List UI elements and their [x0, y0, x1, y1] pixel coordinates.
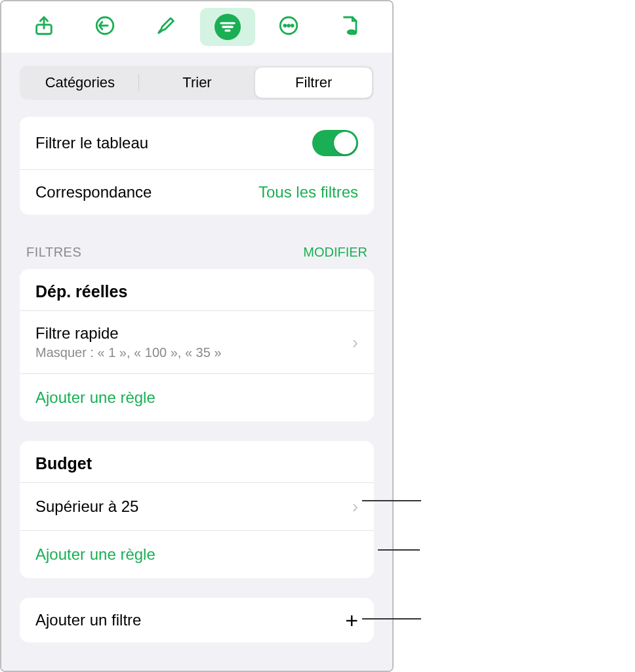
- add-rule-label: Ajouter une règle: [35, 388, 155, 406]
- tab-filter[interactable]: Filtrer: [255, 68, 372, 98]
- filter-settings-card: Filtrer le tableau Correspondance Tous l…: [20, 117, 374, 215]
- share-icon: [33, 14, 55, 39]
- format-button[interactable]: [138, 8, 194, 46]
- document-view-button[interactable]: [322, 8, 377, 46]
- add-filter-button[interactable]: Ajouter un filtre +: [20, 598, 374, 642]
- match-label: Correspondance: [35, 183, 152, 201]
- svg-point-10: [350, 31, 352, 33]
- rule-title: Supérieur à 25: [35, 497, 138, 516]
- filters-section-header: FILTRES MODIFIER: [20, 245, 374, 260]
- svg-point-7: [288, 25, 290, 27]
- filter-rule-row[interactable]: Filtre rapide Masquer : « 1 », « 100 », …: [20, 311, 374, 373]
- add-rule-button[interactable]: Ajouter une règle: [20, 530, 374, 578]
- tab-sort[interactable]: Trier: [139, 68, 256, 98]
- edit-filters-button[interactable]: MODIFIER: [303, 245, 367, 260]
- panel-body: Catégories Trier Filtrer Filtrer le tabl…: [1, 52, 392, 671]
- share-button[interactable]: [16, 8, 72, 46]
- undo-icon: [94, 14, 116, 39]
- match-value: Tous les filtres: [258, 183, 358, 201]
- top-toolbar: [1, 1, 392, 52]
- toggle-knob: [334, 132, 356, 154]
- add-filter-card: Ajouter un filtre +: [20, 598, 374, 642]
- tab-label: Trier: [182, 74, 211, 91]
- rule-subtitle: Masquer : « 1 », « 100 », « 35 »: [35, 345, 222, 360]
- more-button[interactable]: [261, 8, 316, 46]
- brush-icon: [155, 14, 177, 39]
- filter-table-row: Filtrer le tableau: [20, 117, 374, 169]
- segmented-control: Catégories Trier Filtrer: [20, 66, 374, 100]
- callout-line: [362, 618, 421, 620]
- rule-title: Filtre rapide: [35, 324, 222, 343]
- section-label: FILTRES: [26, 245, 81, 260]
- callout-line: [362, 500, 421, 501]
- filter-panel: Catégories Trier Filtrer Filtrer le tabl…: [0, 0, 394, 672]
- more-icon: [277, 14, 300, 39]
- organize-button[interactable]: [200, 8, 255, 46]
- filter-group-card: Dép. réelles Filtre rapide Masquer : « 1…: [20, 269, 374, 421]
- svg-point-8: [291, 25, 293, 27]
- match-row[interactable]: Correspondance Tous les filtres: [20, 169, 374, 215]
- filter-table-label: Filtrer le tableau: [35, 134, 148, 152]
- add-filter-label: Ajouter un filtre: [35, 611, 141, 629]
- filter-group-card: Budget Supérieur à 25 › Ajouter une règl…: [20, 441, 374, 578]
- add-rule-button[interactable]: Ajouter une règle: [20, 373, 374, 421]
- filter-table-toggle[interactable]: [312, 130, 358, 156]
- filter-rule-row[interactable]: Supérieur à 25 ›: [20, 483, 374, 530]
- group-title: Dép. réelles: [20, 269, 374, 311]
- undo-button[interactable]: [77, 8, 133, 46]
- tab-label: Filtrer: [295, 74, 332, 91]
- tab-categories[interactable]: Catégories: [22, 68, 138, 98]
- callout-area: [394, 0, 630, 672]
- tab-label: Catégories: [45, 74, 115, 91]
- chevron-right-icon: ›: [352, 332, 358, 353]
- group-title: Budget: [20, 441, 374, 483]
- chevron-right-icon: ›: [352, 496, 358, 517]
- callout-line: [378, 549, 420, 551]
- filter-icon: [215, 14, 241, 40]
- document-eye-icon: [338, 14, 361, 39]
- svg-point-6: [284, 25, 286, 27]
- plus-icon: +: [345, 614, 358, 627]
- add-rule-label: Ajouter une règle: [35, 545, 155, 563]
